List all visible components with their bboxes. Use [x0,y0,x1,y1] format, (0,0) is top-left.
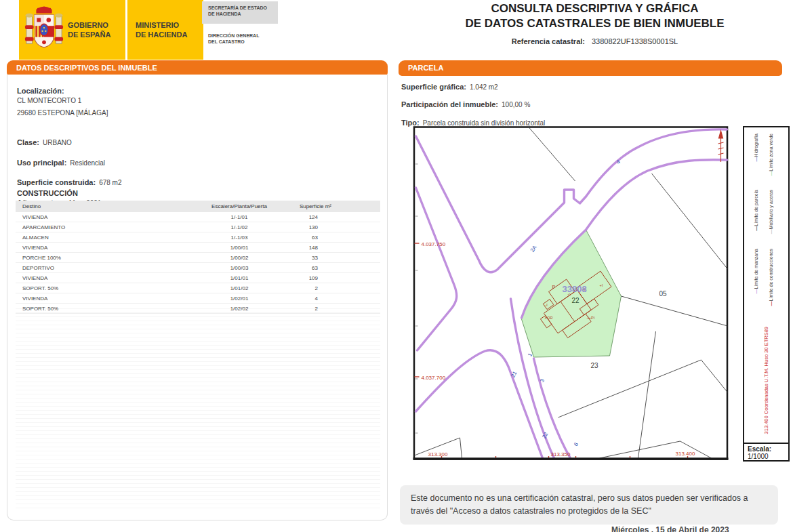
building-label: +I [600,283,603,287]
logo-box-gobierno: GOBIERNO DE ESPAÑA [19,0,125,60]
logo-box-ministerio: MINISTERIO DE HACIENDA [127,0,203,60]
referencia-catastral: Referencia catastral:3380822UF1338S0001S… [403,37,786,45]
coord-x-313300: 313.300 [428,451,448,457]
document-title: CONSULTA DESCRIPTIVA Y GRÁFICA DE DATOS … [403,1,786,45]
legend-label: Límite de parcela [754,190,758,226]
col-superficie: Superficie m² [293,201,380,212]
legend-line-swatch: — [769,229,773,234]
col-escalera-planta-puerta: Escalera/Planta/Puerta [185,201,293,212]
section-header-parcela: PARCELA [399,60,782,76]
legend-item: — Mobiliario y aceras [769,190,773,234]
referencia-label: Referencia catastral: [512,37,585,45]
legend-item: — Límite zona verde [769,134,773,176]
spain-coat-of-arms-icon [24,5,64,54]
legend-label: Hidrografía [754,134,758,157]
building-label: -I+PI [587,316,595,320]
legend-label: Límite de manzana [754,249,758,289]
field-superficie-grafica: Superficie gráfica:1.042 m2 [401,77,545,95]
address-line-2: 29680 ESTEPONA [MÁLAGA] [17,107,108,119]
scale-value: 1/1000 [748,453,788,460]
legend-item: — Límite de parcela [754,190,758,231]
field-clase: Clase:URBANO [17,131,122,152]
disclaimer-box: Este documento no es una certificación c… [400,485,778,525]
section-header-datos-descriptivos: DATOS DESCRIPTIVOS DEL INMUEBLE [7,60,388,76]
legend-item: — Hidrografía [754,134,758,162]
localizacion-block: Localización: CL MONTECORTO 1 29680 ESTE… [17,87,108,119]
construccion-title: CONSTRUCCIÓN [17,189,78,197]
localizacion-label: Localización: [17,87,108,95]
coord-y-700: 4.037.700 [422,375,446,381]
legend-line-swatch: — [769,171,773,176]
title-line-1: CONSULTA DESCRIPTIVA Y GRÁFICA [403,1,786,16]
gobierno-espana-label: GOBIERNO DE ESPAÑA [68,20,110,40]
legend-label: Límite zona verde [769,134,773,171]
construccion-tbody: VIVIENDA1/-1/01124APARCAMIENTO1/-1/02130… [16,212,380,314]
title-line-2: DE DATOS CATASTRALES DE BIEN INMUEBLE [403,16,786,31]
house-number-label: 22 [572,297,580,304]
legend-label: Mobiliario y aceras [769,190,773,229]
table-row: APARCAMIENTO1/-1/02130 [16,222,380,232]
coord-x-313400: 313.400 [676,451,695,457]
table-row: ALMACEN1/-1/0363 [16,232,380,243]
col-destino: Destino [16,201,185,212]
document-date: Miércoles , 15 de Abril de 2023 [611,525,729,532]
parcel-05-label: 05 [659,290,668,298]
coord-y-750: 4.037.750 [422,241,446,247]
ministerio-hacienda-label: MINISTERIO DE HACIENDA [136,20,187,40]
property-fields: Clase:URBANO Uso principal:Residencial S… [17,131,122,211]
address-line-1: CL MONTECORTO 1 [17,95,108,107]
secretaria-estado-label: SECRETARÍA DE ESTADO DE HACIENDA [202,1,278,24]
parcela-fields: Superficie gráfica:1.042 m2 Participació… [401,77,545,131]
table-row: DEPORTIVO1/00/0363 [16,263,380,273]
coord-x-313350: 313.350 [551,451,571,457]
table-row: VIVIENDA1/-1/01124 [16,212,380,222]
direccion-general-catastro-label: DIRECCIÓN GENERAL DEL CATASTRO [208,33,259,45]
building-label-p: P [552,285,556,289]
legend-item: — Límite de construcciones [769,249,773,306]
field-participacion: Participación del inmueble:100,00 % [401,95,545,112]
datos-descriptivos-panel: Localización: CL MONTECORTO 1 29680 ESTE… [7,75,388,520]
empty-rows-stripes [16,305,380,508]
legend-line-swatch: — [754,289,758,294]
table-row: SOPORT. 50%1/01/022 [16,283,380,293]
cadastral-map: P -I +I -I XOR -I+PI +I 33808 22 05 23 2… [405,126,737,462]
scale-label: Escala: [748,445,788,453]
catastro-document: GOBIERNO DE ESPAÑA MINISTERIO DE HACIEND… [0,0,793,532]
legend-line-swatch: — [754,157,758,162]
legend-line-swatch: — [754,226,758,231]
building-label: XOR [545,316,553,320]
government-logo: GOBIERNO DE ESPAÑA MINISTERIO DE HACIEND… [19,0,203,60]
legend-item: — Límite de manzana [754,249,758,294]
scale-box: Escala: 1/1000 [744,443,788,460]
legend-label: Límite de construcciones [769,249,773,301]
legend-line-swatch: — [769,301,773,306]
utm-reference-text: 313.400 Coordenadas U.T.M. Huso 30 ETRS8… [763,327,769,434]
parcel-number-label: 33808 [563,284,587,294]
table-row: VIVIENDA1/01/01109 [16,273,380,283]
construccion-table-header: Destino Escalera/Planta/Puerta Superfici… [16,201,380,212]
building-label: -I [546,303,548,307]
field-uso-principal: Uso principal:Residencial [17,152,122,172]
table-row: PORCHE 100%1/00/0233 [16,253,380,263]
parcel-23-label: 23 [591,362,599,369]
construccion-table: Destino Escalera/Planta/Puerta Superfici… [16,201,380,314]
map-legend-strip: — Hidrografía— Límite zona verde— Límite… [743,126,790,462]
referencia-value: 3380822UF1338S0001SL [592,37,678,45]
table-row: VIVIENDA1/00/01148 [16,243,380,253]
table-row: VIVIENDA1/02/014 [16,293,380,304]
table-row: SOPORT. 50%1/02/022 [16,304,380,314]
